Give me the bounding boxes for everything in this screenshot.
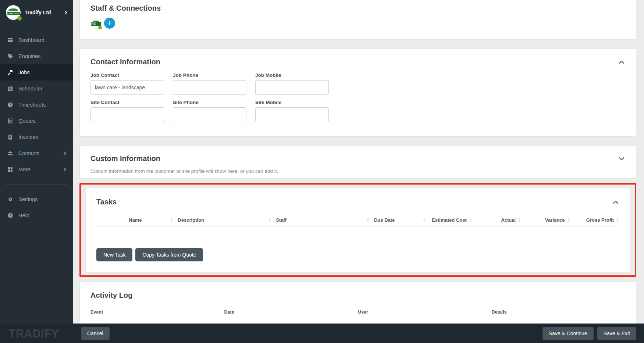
sidebar-item-quotes[interactable]: Quotes: [0, 113, 73, 129]
sort-icon: [616, 218, 619, 222]
tasks-title: Tasks: [96, 198, 612, 206]
clock-icon: [7, 102, 13, 108]
lawn-care-logo-text: LAWN CARE: [7, 12, 20, 15]
sort-icon: [469, 218, 472, 222]
job-contact-field-group: Job Contact: [90, 72, 164, 95]
site-mobile-field-group: Site Mobile: [255, 100, 329, 122]
job-mobile-label: Job Mobile: [255, 72, 329, 78]
tasks-column-name[interactable]: Name: [129, 217, 178, 223]
activity-log-card: Activity Log Event Date User Details: [79, 281, 636, 324]
sidebar-divider: [6, 28, 67, 28]
bottom-action-bar: TRADIFY Cancel Save & Continue Save & Ex…: [0, 324, 644, 343]
chevron-right-icon: [62, 151, 67, 156]
contact-information-title: Contact Information: [90, 58, 618, 66]
contact-information-card: Contact Information Job Contact Job Phon…: [79, 49, 636, 136]
sort-icon: [366, 218, 370, 222]
tasks-column-staff[interactable]: Staff: [276, 217, 374, 223]
collapse-chevron-up-icon[interactable]: [618, 58, 625, 66]
site-contact-input[interactable]: [90, 107, 164, 122]
custom-information-description: Custom information from the customer or …: [90, 168, 625, 174]
sidebar: LAWN CARE Tradify Ltd Dashboard Enquirie…: [0, 0, 73, 324]
staff-connections-card: Staff & Connections LAWN CARE +: [79, 0, 636, 40]
app-window: LAWN CARE Tradify Ltd Dashboard Enquirie…: [0, 0, 644, 343]
staff-connections-title: Staff & Connections: [90, 4, 625, 12]
tasks-column-gross-profit[interactable]: Gross Profit: [570, 217, 619, 223]
chevron-right-icon: [62, 167, 67, 172]
org-avatar: LAWN CARE: [6, 5, 21, 20]
org-switcher[interactable]: LAWN CARE Tradify Ltd: [0, 0, 73, 24]
calculator-icon: [7, 118, 13, 124]
collapse-chevron-up-icon[interactable]: [612, 199, 619, 206]
online-status-dot: [17, 16, 22, 21]
job-mobile-field-group: Job Mobile: [255, 72, 329, 95]
add-staff-button[interactable]: +: [104, 18, 115, 29]
new-task-button[interactable]: New Task: [96, 248, 132, 261]
sidebar-item-dashboard[interactable]: Dashboard: [0, 32, 73, 48]
tasks-table-header-row: Name Description Staff Due Date: [96, 217, 619, 226]
calendar-icon: [7, 86, 13, 92]
tasks-column-due-date[interactable]: Due Date: [374, 217, 430, 223]
sidebar-item-scheduler[interactable]: Scheduler: [0, 81, 73, 97]
invoice-icon: [7, 134, 13, 140]
tasks-column-estimated-cost[interactable]: Estimated Cost: [430, 217, 472, 223]
job-mobile-input[interactable]: [255, 80, 329, 95]
activity-column-event: Event: [90, 310, 224, 315]
job-contact-label: Job Contact: [90, 72, 164, 78]
sidebar-item-invoices[interactable]: Invoices: [0, 129, 73, 145]
tasks-column-actual[interactable]: Actual: [472, 217, 521, 223]
dashboard-icon: [7, 37, 13, 43]
sidebar-divider: [6, 184, 67, 185]
activity-log-header-row: Event Date User Details: [90, 310, 625, 315]
gear-icon: [7, 196, 13, 202]
grid-icon: [7, 167, 13, 172]
sidebar-item-settings[interactable]: Settings: [0, 191, 73, 207]
site-contact-field-group: Site Contact: [90, 100, 164, 122]
site-mobile-label: Site Mobile: [255, 100, 329, 105]
job-phone-field-group: Job Phone: [173, 72, 246, 95]
copy-tasks-from-quote-button[interactable]: Copy Tasks from Quote: [135, 248, 203, 261]
staff-avatar[interactable]: LAWN CARE: [90, 18, 102, 29]
people-icon: [7, 150, 13, 156]
sort-icon: [567, 218, 570, 222]
tasks-column-description[interactable]: Description: [178, 217, 276, 223]
cancel-button[interactable]: Cancel: [81, 327, 110, 340]
svg-text:?: ?: [9, 214, 11, 217]
job-phone-input[interactable]: [173, 80, 246, 95]
question-icon: ?: [7, 212, 13, 218]
save-and-exit-button[interactable]: Save & Exit: [597, 327, 636, 340]
site-phone-label: Site Phone: [173, 100, 246, 105]
sort-icon: [423, 218, 426, 222]
main-content: Staff & Connections LAWN CARE + Contact …: [73, 0, 644, 324]
online-status-dot: [98, 26, 102, 29]
lawn-care-logo: [8, 8, 18, 11]
annotation-highlight-rect: Tasks Name Description Staff: [79, 183, 636, 277]
site-phone-field-group: Site Phone: [173, 100, 246, 122]
site-mobile-input[interactable]: [255, 107, 329, 122]
sidebar-item-help[interactable]: ? Help: [0, 207, 73, 224]
job-contact-input[interactable]: [90, 80, 164, 95]
custom-information-card: Custom Information Custom information fr…: [79, 145, 636, 178]
lawn-care-logo-text: LAWN CARE: [91, 22, 101, 26]
site-phone-input[interactable]: [173, 107, 246, 122]
save-and-continue-button[interactable]: Save & Continue: [542, 327, 594, 340]
activity-column-user: User: [358, 310, 492, 315]
custom-information-title: Custom Information: [90, 154, 618, 163]
sidebar-item-timesheets[interactable]: Timesheets: [0, 97, 73, 113]
sort-icon: [170, 218, 173, 222]
sidebar-item-enquiries[interactable]: Enquiries: [0, 48, 73, 64]
job-phone-label: Job Phone: [173, 72, 246, 78]
activity-column-date: Date: [224, 310, 358, 315]
sidebar-item-contacts[interactable]: Contacts: [0, 145, 73, 161]
tasks-column-variance[interactable]: Variance: [521, 217, 570, 223]
collapse-chevron-down-icon[interactable]: [618, 155, 625, 162]
tradify-logo: TRADIFY: [9, 327, 64, 340]
sidebar-item-more[interactable]: More: [0, 161, 73, 178]
activity-log-title: Activity Log: [90, 291, 625, 300]
sort-icon: [518, 218, 521, 222]
hammer-icon: [7, 69, 13, 75]
chevron-right-icon: [63, 10, 68, 15]
sidebar-item-jobs[interactable]: Jobs: [0, 64, 73, 81]
org-name: Tradify Ltd: [25, 10, 63, 15]
site-contact-label: Site Contact: [90, 100, 164, 105]
tag-icon: [7, 53, 13, 59]
